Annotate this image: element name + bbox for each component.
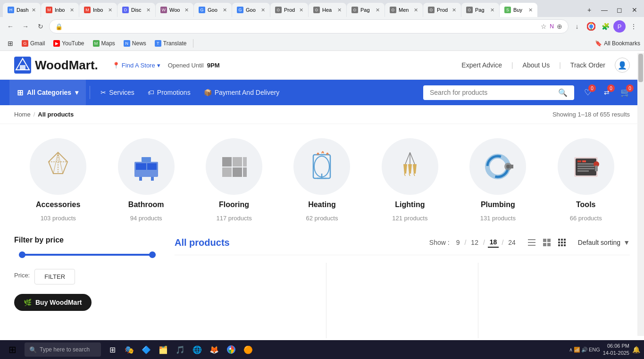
show-24-btn[interactable]: 24 [506, 238, 518, 247]
star-icon[interactable]: ☆ [541, 23, 547, 30]
search-icon[interactable]: 🔍 [558, 88, 568, 97]
scrollbar-track[interactable] [637, 53, 644, 336]
tab-5[interactable]: W Woo ✕ [156, 3, 193, 17]
filter-button[interactable]: FILTER [34, 269, 75, 284]
tab-close-5[interactable]: ✕ [184, 7, 189, 13]
tab-2[interactable]: M Inbo ✕ [41, 3, 79, 17]
tab-11[interactable]: ⊙ Men ✕ [385, 3, 423, 17]
nav-services[interactable]: ✂ Services [94, 80, 141, 105]
maximize-btn[interactable]: ◻ [613, 3, 626, 17]
notification-icon[interactable]: 🔔 [632, 346, 640, 348]
tray-arrow-icon[interactable]: ∧ [569, 347, 573, 348]
forward-btn[interactable]: → [19, 20, 32, 33]
taskbar-app-task-view[interactable]: ⊞ [105, 342, 120, 348]
grid-2-view-btn[interactable] [540, 236, 553, 249]
track-order-link[interactable]: Track Order [570, 61, 605, 69]
category-bathroom[interactable]: Bathroom 94 products [102, 134, 190, 226]
address-bar[interactable]: 🔒 woodmart.xtemos.com/megamarket/all-pro… [49, 19, 569, 33]
tab-close-4[interactable]: ✕ [146, 7, 151, 13]
grid-3-view-btn[interactable] [555, 236, 569, 249]
tab-1[interactable]: H Dash ✕ [3, 3, 41, 17]
reload-btn[interactable]: ↻ [34, 20, 47, 33]
extensions-icon[interactable]: 🧩 [599, 20, 612, 33]
nav-search-box[interactable]: 🔍 [423, 85, 574, 100]
product-card-3[interactable] [478, 263, 630, 338]
show-18-btn[interactable]: 18 [488, 237, 499, 248]
about-us-link[interactable]: About Us [523, 61, 550, 69]
tab-8[interactable]: ⊙ Prod ✕ [270, 3, 308, 17]
back-btn[interactable]: ← [4, 20, 17, 33]
profile-avatar[interactable]: P [613, 20, 626, 33]
account-icon-btn[interactable]: 👤 [615, 58, 630, 73]
tab-close-13[interactable]: ✕ [490, 7, 494, 13]
tab-14-active[interactable]: S Buy ✕ [500, 3, 537, 17]
tab-3[interactable]: M Inbo ✕ [79, 3, 117, 17]
taskbar-search-input[interactable] [40, 346, 96, 348]
show-9-btn[interactable]: 9 [454, 238, 462, 247]
taskbar-app-2[interactable]: 🔷 [139, 342, 154, 348]
tab-12[interactable]: ⊙ Prod ✕ [423, 3, 461, 17]
neon-icon[interactable]: N [550, 23, 554, 30]
tab-close-6[interactable]: ✕ [223, 7, 227, 13]
buy-woodmart-btn[interactable]: 🌿 Buy WoodMart [14, 294, 92, 311]
sorting-dropdown[interactable]: Default sorting ▼ [578, 239, 630, 246]
downloads-icon[interactable]: ↓ [570, 20, 584, 33]
all-categories-btn[interactable]: ⊞ All Categories ▾ [9, 80, 86, 105]
address-input[interactable]: woodmart.xtemos.com/megamarket/all-produ… [67, 23, 537, 30]
compare-btn[interactable]: ⇄ 0 [598, 83, 616, 101]
tab-10[interactable]: ⊙ Pag ✕ [347, 3, 385, 17]
slider-thumb-right[interactable] [149, 251, 156, 258]
find-store-link[interactable]: 📍 Find A Store ▾ [112, 62, 160, 69]
taskbar-search-box[interactable]: 🔍 [25, 342, 101, 348]
search-input[interactable] [430, 89, 554, 96]
tab-7[interactable]: G Goo ✕ [232, 3, 270, 17]
tab-close-2[interactable]: ✕ [70, 7, 74, 13]
taskbar-app-3[interactable]: 🗂️ [156, 342, 171, 348]
cart-btn[interactable]: 🛒 0 [617, 83, 635, 101]
logo-area[interactable]: WoodMart. [14, 57, 98, 74]
list-view-btn[interactable] [525, 236, 538, 249]
category-accessories[interactable]: Accessories 103 products [14, 134, 102, 226]
nav-payment-delivery[interactable]: 📦 Payment And Delivery [197, 80, 286, 105]
close-window-btn[interactable]: ✕ [628, 3, 641, 17]
product-card-2[interactable] [326, 263, 478, 338]
bookmark-translate[interactable]: T Translate [151, 39, 191, 48]
bookmark-youtube[interactable]: ▶ YouTube [50, 39, 88, 48]
taskbar-app-7[interactable]: 🟠 [241, 342, 256, 348]
expert-advice-link[interactable]: Expert Advice [461, 61, 502, 69]
menu-dots-icon[interactable]: ⋮ [627, 20, 640, 33]
taskbar-app-4[interactable]: 🎵 [173, 342, 188, 348]
tab-9[interactable]: ⊙ Hea ✕ [309, 3, 346, 17]
tab-4[interactable]: D Disc ✕ [117, 3, 155, 17]
category-lighting[interactable]: Lighting 121 products [366, 134, 454, 226]
category-flooring[interactable]: Flooring 117 products [190, 134, 278, 226]
show-12-btn[interactable]: 12 [469, 238, 480, 247]
chrome-logo-icon[interactable] [585, 20, 598, 33]
tab-close-14[interactable]: ✕ [528, 7, 533, 13]
price-slider[interactable] [19, 254, 156, 256]
breadcrumb-home[interactable]: Home [14, 111, 31, 118]
tab-6[interactable]: G Goo ✕ [194, 3, 232, 17]
new-tab-btn[interactable]: + [583, 3, 596, 17]
taskbar-app-chrome[interactable] [224, 342, 239, 348]
tab-close-9[interactable]: ✕ [337, 7, 342, 13]
product-card-1[interactable] [175, 263, 326, 338]
bookmark-maps[interactable]: M Maps [89, 39, 119, 48]
windows-start-btn[interactable]: ⊞ [4, 341, 21, 348]
bookmark-apps[interactable]: ⊞ [4, 38, 17, 49]
taskbar-app-6[interactable]: 🦊 [207, 342, 222, 348]
taskbar-app-1[interactable]: 🎭 [122, 342, 137, 348]
tab-close-10[interactable]: ✕ [376, 7, 380, 13]
tab-close-8[interactable]: ✕ [299, 7, 303, 13]
chrome-icon[interactable]: ⊕ [557, 23, 562, 30]
tab-close-1[interactable]: ✕ [32, 7, 36, 13]
slider-thumb-left[interactable] [19, 251, 25, 258]
all-bookmarks[interactable]: 🔖 All Bookmarks [595, 40, 640, 47]
taskbar-app-5[interactable]: 🌐 [190, 342, 205, 348]
tab-13[interactable]: ⊙ Pag ✕ [461, 3, 499, 17]
nav-promotions[interactable]: 🏷 Promotions [141, 80, 197, 105]
minimize-btn[interactable]: — [598, 3, 611, 17]
scrollbar-thumb[interactable] [638, 54, 643, 82]
tab-close-3[interactable]: ✕ [108, 7, 112, 13]
wishlist-btn[interactable]: ♡ 0 [579, 83, 597, 101]
